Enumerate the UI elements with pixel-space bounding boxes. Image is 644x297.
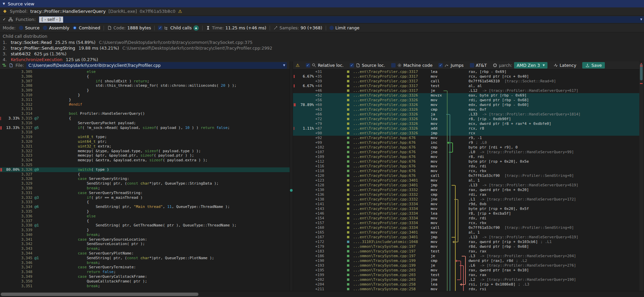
source-location[interactable]: ...ent\TracyProfiler.cpp:3326 [353,126,431,131]
instruction-offset[interactable]: +107 [315,150,331,155]
line-number[interactable]: 3,314 [20,111,32,116]
collapse-icon[interactable]: ▼ [3,2,5,5]
instruction-offset[interactable]: +128 [315,183,331,188]
instruction-offset[interactable]: +109 [315,155,331,159]
line-number[interactable]: 3,346 [20,261,32,265]
source-line[interactable]: 3,332@3 if( ptr == m_mainThread ) [0,195,290,200]
source-location[interactable]: ...ent\TracyProfiler.hpp:676 [353,140,431,145]
source-line[interactable]: 3,320 uint64_t ptr; [0,139,290,144]
line-number[interactable]: 3,336 [20,214,32,219]
instruction-offset[interactable]: +44 [315,84,331,88]
instruction-offset[interactable]: +165 [315,230,331,235]
instruction-offset[interactable]: +167 [315,235,331,240]
source-line[interactable]: 3,339 } [0,228,290,233]
source-line[interactable]: 3,309 } [0,88,290,93]
child-call-row[interactable]: 4. KeSynchronizeExecution 125 μs (0.27%) [0,57,644,61]
source-location[interactable]: ...ent\TracyProfiler.cpp:3317 [353,70,431,74]
instruction-offset[interactable]: +120 [315,173,331,178]
line-number[interactable]: 3,350 [20,279,32,284]
instruction-offset[interactable]: +112 [315,159,331,164]
instruction-offset[interactable]: +63 [315,107,331,112]
assembly-line[interactable]: +99...ent\TracyProfiler.hpp:676incr9; .L… [293,140,639,145]
function-value[interactable]: [ - self - ] [39,17,63,23]
source-location[interactable]: ...ommon\TracySystem.cpp:203 [353,268,431,273]
line-number[interactable]: 3,310 [20,93,32,98]
mode-option-source[interactable]: Source [19,25,39,30]
instruction-offset[interactable]: +123 [315,178,331,183]
source-loc-toggle[interactable]: Source loc. [350,63,385,68]
mode-option-combined[interactable]: Combined [73,25,100,30]
source-location[interactable]: ...ent\TracyProfiler.cpp:3334 [353,202,431,207]
source-line[interactable]: 3,310 } [0,93,290,98]
line-number[interactable]: 3,337 [20,219,32,223]
source-location[interactable]: ...ent\TracyProfiler.cpp:3326 [353,103,431,107]
source-line[interactable]: 3,314bool Profiler::HandleServerQuery() [0,111,290,116]
child-call-name[interactable]: tracy::Profiler::SendLongString [11,45,75,51]
line-number[interactable]: 3,343 [20,246,32,251]
line-number[interactable]: 3,319 [20,135,32,139]
source-line[interactable]: 3,313 [0,107,290,111]
line-number[interactable]: 3,312 [20,102,32,107]
line-number[interactable]: 3,308 [20,83,32,88]
line-number[interactable]: 3,327 [20,172,32,177]
assembly-line[interactable]: +141...ent\TracyProfiler.cpp:3334movr9d,… [293,202,639,207]
assembly-line[interactable]: +186...ommon\TracySystem.cpp:197je.L3-> … [293,254,639,259]
source-line[interactable]: 3,351 break; [0,284,290,289]
source-location[interactable]: ...ent\TracyProfiler.cpp:3401 [353,235,431,240]
source-line[interactable]: 3,308 std::this_thread::sleep_for( std::… [0,83,290,88]
assembly-line[interactable]: +31...ent\TracyProfiler.cpp:3317learax, … [293,70,639,74]
divider-grip[interactable] [290,189,293,192]
assembly-line[interactable]: +143...ent\TracyProfiler.cpp:3334movbyte… [293,207,639,211]
assembly-line[interactable]: +72...ent\TracyProfiler.cpp:3326lear8, [… [293,117,639,122]
assembly-line[interactable]: +79...ent\TracyProfiler.cpp:3326movecx, … [293,122,639,126]
line-number[interactable]: 3,311 [20,98,32,102]
chevron-down-icon[interactable]: ▼ [283,64,285,67]
source-line[interactable]: 3,327 { [0,172,290,177]
source-location[interactable]: ...ent\TracyProfiler.cpp:3326 [353,131,431,136]
att-checkbox[interactable] [470,63,474,68]
line-number[interactable]: 3,347 [20,265,32,270]
machine-code-checkbox[interactable] [391,63,396,68]
source-location[interactable]: ...ent\TracyProfiler.cpp:3326 [353,107,431,112]
source-location[interactable]: ...ommon\TracySystem.cpp:203 [353,277,431,282]
line-number[interactable]: 3,344 [20,251,32,256]
line-number[interactable]: 3,351 [20,284,32,289]
source-location[interactable]: ...ent\TracyProfiler.hpp:676 [353,169,431,173]
child-call-name[interactable]: stat64i32 [11,51,31,57]
source-location[interactable]: ...ent\TracyProfiler.cpp:3332 [353,192,431,197]
source-location[interactable]: ...ommon\TracySystem.cpp:258 [353,282,431,287]
source-line[interactable]: 3,319 uint8_t type; [0,135,290,139]
assembly-line[interactable]: +165...ent\TracyProfiler.cpp:3401moval, … [293,230,639,235]
instruction-offset[interactable]: +172 [315,240,331,244]
assembly-line[interactable]: +202...ommon\TracySystem.cpp:203jne.L2->… [293,277,639,282]
child-call-row[interactable]: 3. stat64i32 625 μs (1.36%) [0,51,644,57]
line-number[interactable]: 3,328 [20,177,32,181]
child-calls-toggle[interactable]: Child calls ▲ [158,25,199,31]
source-line[interactable]: 3,340 break; [0,233,290,237]
instruction-offset[interactable]: +87 [315,126,331,131]
line-number[interactable]: 3,313 [20,107,32,111]
assembly-line[interactable]: +109...ent\TracyProfiler.hpp:676movr8, r… [293,155,639,159]
uarch-select[interactable]: AMD Zen 3 ▼ [514,62,547,69]
child-calls-checkbox[interactable] [158,26,162,30]
instruction-offset[interactable]: +118 [315,169,331,173]
assembly-line[interactable]: +118...ent\TracyProfiler.hpp:676movrcx, … [293,169,639,173]
source-location[interactable]: ...ent\TracyProfiler.hpp:676 [353,173,431,178]
source-line[interactable]: 3,329 SendString( ptr, (const char*)ptr,… [0,181,290,186]
instruction-offset[interactable]: +31 [315,70,331,74]
instruction-offset[interactable]: +136 [315,192,331,197]
assembly-line[interactable]: +138...ent\TracyProfiler.cpp:3332jne.L1-… [293,197,639,202]
latency-button[interactable]: Latency [554,63,576,68]
source-location[interactable]: ...ent\TracyProfiler.cpp:3334 [353,211,431,216]
assembly-line[interactable]: +107...ent\TracyProfiler.hpp:676jne.L0->… [293,150,639,155]
source-line[interactable]: 3,328 case ServerQueryString: [0,177,290,181]
assembly-line[interactable]: 78.89%+60...ent\TracyProfiler.cpp:3326mo… [293,103,639,107]
mode-option-assembly[interactable]: Assembly [43,25,69,30]
assembly-line[interactable]: +63...ent\TracyProfiler.cpp:3326cmpeax, … [293,107,639,112]
source-location[interactable]: ...ent\TracyProfiler.hpp:676 [353,136,431,140]
line-number[interactable]: 3,322 [20,149,32,154]
source-location[interactable]: ...ommon\TracySystem.cpp:197 [353,254,431,259]
instruction-offset[interactable]: +146 [315,211,331,216]
assembly-line[interactable]: +172....31103\include\atomic:1048movrax,… [293,240,639,244]
source-line[interactable]: 3,330 break; [0,186,290,191]
